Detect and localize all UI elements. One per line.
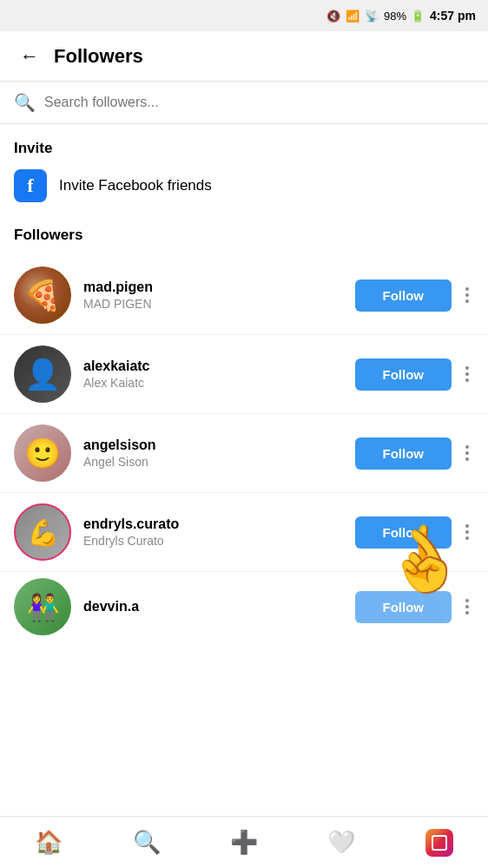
followers-section-header: Followers [0, 211, 488, 256]
page-title: Followers [54, 45, 143, 68]
add-icon: ➕ [230, 829, 258, 856]
nav-likes-button[interactable]: 🤍 [315, 817, 367, 869]
heart-icon: 🤍 [327, 829, 355, 856]
user-info: mad.pigen MAD PIGEN [83, 279, 355, 311]
more-options-button[interactable] [460, 442, 474, 464]
follow-button[interactable]: Follow [355, 279, 452, 312]
avatar [14, 424, 71, 482]
bottom-navigation: 🏠 🔍 ➕ 🤍 [0, 816, 488, 868]
status-mute-icon: 🔇 [326, 10, 340, 23]
nav-home-button[interactable]: 🏠 [23, 817, 75, 869]
search-icon: 🔍 [14, 92, 36, 113]
more-options-button[interactable] [460, 595, 474, 618]
username: mad.pigen [83, 279, 355, 295]
display-name: Alex Kaiatc [83, 376, 355, 390]
followers-list: mad.pigen MAD PIGEN Follow alexkaiatc Al… [0, 256, 488, 702]
invite-label: Invite [14, 140, 474, 157]
follower-row: alexkaiatc Alex Kaiatc Follow [0, 335, 488, 414]
back-button[interactable]: ← [14, 41, 45, 72]
more-options-button[interactable] [460, 521, 474, 543]
home-icon: 🏠 [35, 829, 63, 856]
profile-grid-icon [425, 829, 453, 857]
user-info: devvin.a [83, 599, 355, 615]
status-battery: 98%🔋 [384, 10, 425, 23]
follow-button[interactable]: Follow [355, 358, 452, 391]
status-time: 4:57 pm [430, 9, 476, 23]
search-nav-icon: 🔍 [133, 829, 161, 856]
invite-facebook-button[interactable]: f Invite Facebook friends [14, 169, 474, 202]
username: alexkaiatc [83, 358, 355, 374]
search-section: 🔍 [0, 82, 488, 124]
more-options-button[interactable] [460, 284, 474, 306]
avatar [14, 503, 71, 561]
user-info: angelsison Angel Sison [83, 437, 355, 469]
avatar [14, 578, 71, 635]
follow-button[interactable]: Follow [355, 437, 452, 470]
avatar [14, 266, 71, 324]
facebook-icon: f [14, 169, 47, 202]
status-wifi-icon: 📶 [346, 10, 359, 23]
display-name: MAD PIGEN [83, 297, 355, 311]
follower-row: devvin.a Follow [0, 572, 488, 641]
user-info: alexkaiatc Alex Kaiatc [83, 358, 355, 390]
search-input[interactable] [44, 95, 474, 110]
display-name: Angel Sison [83, 455, 355, 469]
username: angelsison [83, 437, 355, 453]
follow-button[interactable]: Follow [355, 516, 452, 549]
follower-row: mad.pigen MAD PIGEN Follow [0, 256, 488, 335]
invite-facebook-text: Invite Facebook friends [59, 177, 212, 194]
nav-search-button[interactable]: 🔍 [121, 817, 173, 869]
header: ← Followers [0, 31, 488, 82]
avatar [14, 345, 71, 403]
search-bar: 🔍 [14, 92, 474, 113]
follower-row: endryls.curato Endryls Curato Follow 🤞 [0, 493, 488, 572]
nav-add-button[interactable]: ➕ [218, 817, 270, 869]
username: devvin.a [83, 599, 355, 615]
more-options-button[interactable] [460, 363, 474, 385]
back-icon: ← [20, 45, 39, 68]
followers-label: Followers [14, 227, 474, 244]
status-bar: 🔇 📶 📡 98%🔋 4:57 pm [0, 0, 488, 31]
username: endryls.curato [83, 516, 355, 532]
nav-profile-button[interactable] [413, 817, 465, 869]
display-name: Endryls Curato [83, 534, 355, 548]
user-info: endryls.curato Endryls Curato [83, 516, 355, 548]
follower-row: angelsison Angel Sison Follow [0, 414, 488, 493]
status-signal-icon: 📡 [365, 10, 379, 23]
invite-section: Invite f Invite Facebook friends [0, 124, 488, 211]
follow-button[interactable]: Follow [355, 591, 452, 623]
